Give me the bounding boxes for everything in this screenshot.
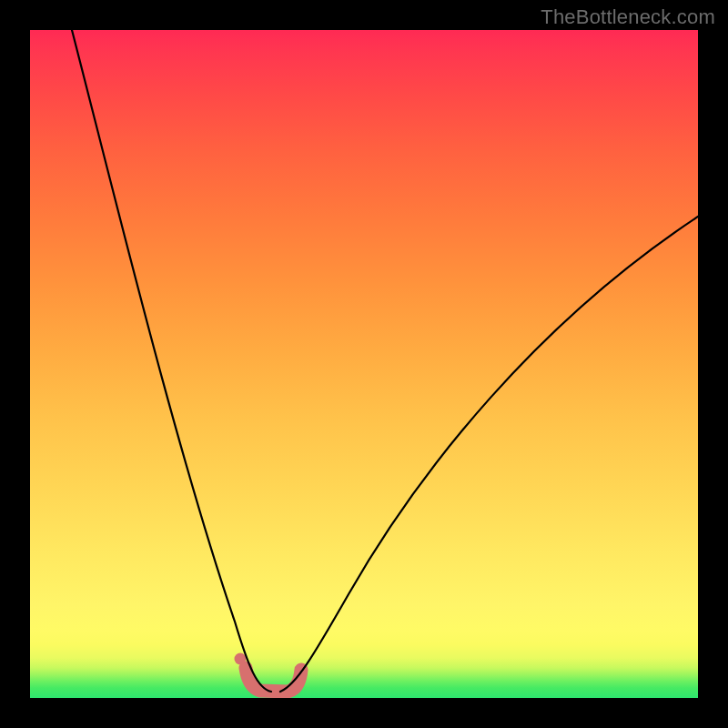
bottleneck-curve-right xyxy=(280,217,698,692)
bottleneck-curve-left xyxy=(72,30,271,692)
optimal-region-dot xyxy=(235,653,247,665)
optimal-region-highlight xyxy=(246,668,301,692)
plot-area xyxy=(30,30,698,698)
curve-svg xyxy=(30,30,698,698)
watermark-text: TheBottleneck.com xyxy=(541,5,715,29)
chart-container: TheBottleneck.com xyxy=(0,0,728,728)
